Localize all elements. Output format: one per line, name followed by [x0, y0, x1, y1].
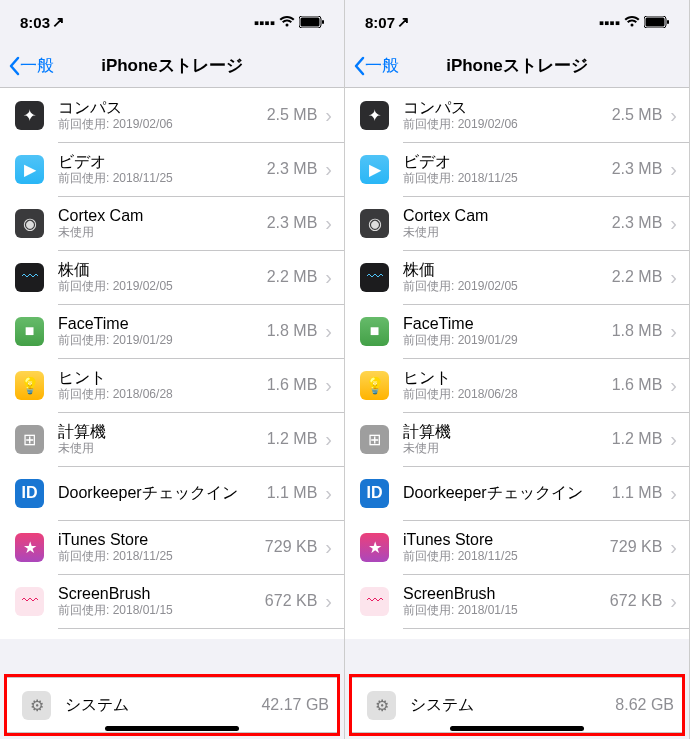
app-subtitle: 前回使用: 2019/01/29: [403, 333, 612, 347]
compass-icon: ✦: [15, 101, 44, 130]
svg-rect-2: [322, 20, 324, 24]
app-size: 2.3 MB: [612, 160, 663, 178]
app-name: ビデオ: [58, 152, 267, 171]
chevron-right-icon: ›: [670, 482, 677, 505]
app-size: 1.8 MB: [267, 322, 318, 340]
app-row[interactable]: ✦ コンパス 前回使用: 2019/02/06 2.5 MB ›: [345, 88, 689, 142]
app-subtitle: 未使用: [403, 225, 612, 239]
app-row[interactable]: 💡 ヒント 前回使用: 2018/06/28 1.6 MB ›: [0, 358, 344, 412]
app-subtitle: 未使用: [58, 441, 267, 455]
back-button[interactable]: 一般: [0, 54, 54, 77]
cortex-icon: ◉: [360, 209, 389, 238]
app-name: 電話: [403, 638, 628, 639]
door-icon: ID: [360, 479, 389, 508]
app-row[interactable]: ✦ コンパス 前回使用: 2019/02/06 2.5 MB ›: [0, 88, 344, 142]
chevron-right-icon: ›: [325, 374, 332, 397]
home-indicator[interactable]: [105, 726, 239, 731]
facetime-icon: ■: [15, 317, 44, 346]
app-subtitle: 前回使用: 2018/06/28: [58, 387, 267, 401]
app-row[interactable]: ID Doorkeeperチェックイン 1.1 MB ›: [345, 466, 689, 520]
app-row[interactable]: ■ FaceTime 前回使用: 2019/01/29 1.8 MB ›: [0, 304, 344, 358]
status-time: 8:07: [365, 14, 395, 31]
screen-right: 8:07 ↗ ▪▪▪▪ 一般 iPhoneストレージ ✦ コンパス 前回使用: …: [345, 0, 690, 739]
calc-icon: ⊞: [15, 425, 44, 454]
chevron-right-icon: ›: [325, 482, 332, 505]
chevron-right-icon: ›: [670, 536, 677, 559]
app-row[interactable]: ⚙ システム 42.17 GB: [7, 678, 337, 732]
home-indicator[interactable]: [450, 726, 584, 731]
app-row[interactable]: ID Doorkeeperチェックイン 1.1 MB ›: [0, 466, 344, 520]
app-row[interactable]: ★ iTunes Store 前回使用: 2018/11/25 729 KB ›: [345, 520, 689, 574]
app-name: ScreenBrush: [58, 584, 265, 603]
chevron-left-icon: [353, 56, 365, 76]
chevron-right-icon: ›: [325, 266, 332, 289]
app-row[interactable]: ✆ 電話 前回使用: 一昨日 8 KB ›: [345, 628, 689, 639]
chevron-right-icon: ›: [325, 536, 332, 559]
app-name: コンパス: [58, 98, 267, 117]
app-row[interactable]: 〰 株価 前回使用: 2019/02/05 2.2 MB ›: [345, 250, 689, 304]
app-list: ✦ コンパス 前回使用: 2019/02/06 2.5 MB › ▶ ビデオ 前…: [0, 88, 344, 639]
chevron-right-icon: ›: [670, 104, 677, 127]
app-subtitle: 前回使用: 2018/01/15: [403, 603, 610, 617]
app-row[interactable]: ⊞ 計算機 未使用 1.2 MB ›: [0, 412, 344, 466]
app-row[interactable]: ⚙ システム 8.62 GB: [352, 678, 682, 732]
chevron-right-icon: ›: [325, 428, 332, 451]
app-size: 1.2 MB: [267, 430, 318, 448]
app-row[interactable]: 💡 ヒント 前回使用: 2018/06/28 1.6 MB ›: [345, 358, 689, 412]
app-size: 2.5 MB: [612, 106, 663, 124]
chevron-right-icon: ›: [670, 158, 677, 181]
chevron-right-icon: ›: [670, 212, 677, 235]
app-list: ✦ コンパス 前回使用: 2019/02/06 2.5 MB › ▶ ビデオ 前…: [345, 88, 689, 639]
stock-icon: 〰: [360, 263, 389, 292]
screen-left: 8:03 ↗ ▪▪▪▪ 一般 iPhoneストレージ ✦ コンパス 前回使用: …: [0, 0, 345, 739]
status-bar: 8:03 ↗ ▪▪▪▪: [0, 0, 344, 44]
battery-icon: [299, 14, 324, 31]
facetime-icon: ■: [360, 317, 389, 346]
app-row[interactable]: ◉ Cortex Cam 未使用 2.3 MB ›: [0, 196, 344, 250]
app-size: 1.1 MB: [267, 484, 318, 502]
door-icon: ID: [15, 479, 44, 508]
chevron-right-icon: ›: [325, 590, 332, 613]
app-size: 2.2 MB: [612, 268, 663, 286]
app-subtitle: 前回使用: 2018/11/25: [403, 171, 612, 185]
app-row[interactable]: 〰 ScreenBrush 前回使用: 2018/01/15 672 KB ›: [345, 574, 689, 628]
app-row[interactable]: ▶ ビデオ 前回使用: 2018/11/25 2.3 MB ›: [345, 142, 689, 196]
app-row[interactable]: ⊞ 計算機 未使用 1.2 MB ›: [345, 412, 689, 466]
app-size: 1.6 MB: [612, 376, 663, 394]
app-name: ヒント: [58, 368, 267, 387]
svg-rect-4: [646, 17, 665, 26]
app-size: 1.2 MB: [612, 430, 663, 448]
itunes-icon: ★: [15, 533, 44, 562]
back-button[interactable]: 一般: [345, 54, 399, 77]
app-row[interactable]: 〰 株価 前回使用: 2019/02/05 2.2 MB ›: [0, 250, 344, 304]
app-row[interactable]: ✆ 電話 前回使用: 一昨日 8 KB ›: [0, 628, 344, 639]
spacer: [345, 639, 689, 671]
app-subtitle: 前回使用: 2019/02/06: [403, 117, 612, 131]
app-subtitle: 未使用: [403, 441, 612, 455]
nav-bar: 一般 iPhoneストレージ: [0, 44, 344, 88]
app-size: 672 KB: [610, 592, 662, 610]
app-name: 株価: [403, 260, 612, 279]
location-icon: ↗: [397, 13, 410, 31]
app-row[interactable]: ■ FaceTime 前回使用: 2019/01/29 1.8 MB ›: [345, 304, 689, 358]
itunes-icon: ★: [360, 533, 389, 562]
chevron-right-icon: ›: [325, 212, 332, 235]
app-subtitle: 前回使用: 2018/11/25: [58, 171, 267, 185]
chevron-right-icon: ›: [670, 428, 677, 451]
app-size: 8.62 GB: [615, 696, 674, 714]
app-name: FaceTime: [403, 314, 612, 333]
app-row[interactable]: ◉ Cortex Cam 未使用 2.3 MB ›: [345, 196, 689, 250]
video-icon: ▶: [360, 155, 389, 184]
app-subtitle: 前回使用: 2019/02/06: [58, 117, 267, 131]
chevron-right-icon: ›: [325, 104, 332, 127]
app-row[interactable]: ▶ ビデオ 前回使用: 2018/11/25 2.3 MB ›: [0, 142, 344, 196]
chevron-right-icon: ›: [325, 158, 332, 181]
app-name: 計算機: [403, 422, 612, 441]
app-row[interactable]: 〰 ScreenBrush 前回使用: 2018/01/15 672 KB ›: [0, 574, 344, 628]
wifi-icon: [624, 14, 640, 31]
app-row[interactable]: ★ iTunes Store 前回使用: 2018/11/25 729 KB ›: [0, 520, 344, 574]
app-subtitle: 前回使用: 2019/02/05: [58, 279, 267, 293]
app-name: Doorkeeperチェックイン: [403, 483, 612, 502]
app-name: Doorkeeperチェックイン: [58, 483, 267, 502]
spacer: [0, 639, 344, 671]
